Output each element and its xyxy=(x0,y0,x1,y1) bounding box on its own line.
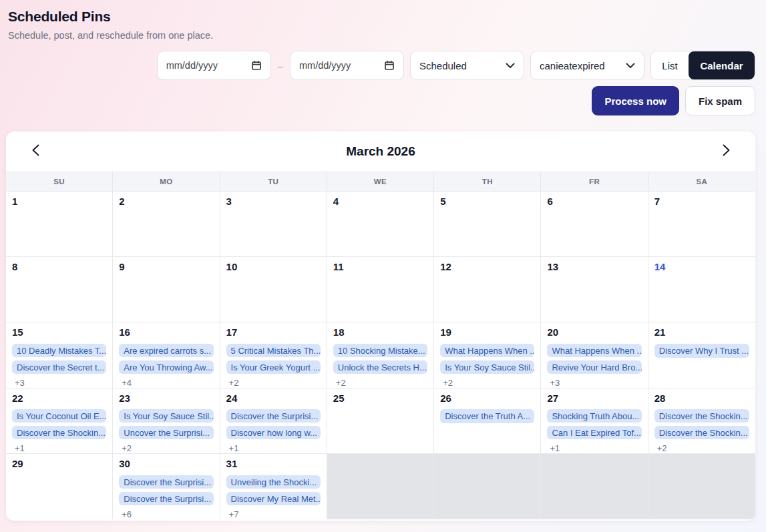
chevron-left-icon xyxy=(32,144,39,159)
pin-item[interactable]: Unlock the Secrets H... xyxy=(333,360,427,374)
date-from-placeholder: mm/dd/yyyy xyxy=(166,60,218,71)
day-cell: 175 Critical Mistakes Th...Is Your Greek… xyxy=(220,322,327,388)
more-count[interactable]: +3 xyxy=(12,378,25,388)
pin-item[interactable]: 10 Shocking Mistake... xyxy=(333,344,427,357)
list-view-button[interactable]: List xyxy=(651,51,689,79)
day-cell: 30Discover the Surprisi...Discover the S… xyxy=(113,454,220,519)
day-cell: 13 xyxy=(541,257,648,322)
account-select-value: canieatexpired xyxy=(540,60,605,71)
day-header: WE xyxy=(327,172,434,191)
calendar-icon xyxy=(384,60,395,71)
day-cell: 7 xyxy=(648,192,755,257)
more-count[interactable]: +2 xyxy=(119,443,132,453)
out-of-month-cell xyxy=(434,454,541,519)
more-count[interactable]: +7 xyxy=(226,509,239,519)
out-of-month-cell xyxy=(327,454,434,519)
out-of-month-cell xyxy=(648,454,755,519)
prev-month-button[interactable] xyxy=(19,136,51,168)
pin-item[interactable]: Discover the Surprisi... xyxy=(119,492,213,505)
pin-item[interactable]: Revive Your Hard Bro... xyxy=(547,360,641,374)
more-count[interactable]: +2 xyxy=(654,443,667,453)
process-now-button[interactable]: Process now xyxy=(592,86,679,115)
status-select[interactable]: Scheduled xyxy=(410,51,524,80)
more-count[interactable]: +2 xyxy=(333,378,346,388)
day-number: 1 xyxy=(12,196,17,208)
fix-spam-button[interactable]: Fix spam xyxy=(685,86,755,115)
calendar-view-button[interactable]: Calendar xyxy=(689,51,755,79)
pin-item[interactable]: Discover how long w... xyxy=(226,426,321,439)
more-count[interactable]: +6 xyxy=(119,509,132,519)
pin-item[interactable]: Shocking Truth Abou... xyxy=(547,409,641,423)
day-number: 21 xyxy=(654,326,666,339)
pin-item[interactable]: Is Your Coconut Oil E... xyxy=(12,409,106,423)
day-number: 9 xyxy=(119,261,124,274)
account-select[interactable]: canieatexpired xyxy=(530,51,644,80)
day-number: 2 xyxy=(119,196,124,208)
pin-item[interactable]: Discover My Real Met... xyxy=(226,492,321,505)
pin-item[interactable]: Discover Why I Trust ... xyxy=(654,344,749,358)
more-count[interactable]: +2 xyxy=(440,378,453,388)
pin-item[interactable]: Discover the Shockin... xyxy=(654,409,749,423)
day-cell: 10 xyxy=(220,257,327,322)
pin-item[interactable]: Is Your Soy Sauce Stil... xyxy=(440,360,534,374)
pin-item[interactable]: Discover the Surprisi... xyxy=(119,475,213,489)
day-number: 10 xyxy=(226,261,238,274)
more-count[interactable]: +1 xyxy=(12,443,25,453)
day-number: 15 xyxy=(12,326,23,339)
day-number: 27 xyxy=(547,392,558,405)
day-header: SU xyxy=(6,172,113,191)
pin-item[interactable]: Can I Eat Expired Tof... xyxy=(547,426,641,439)
pin-item[interactable]: Discover the Truth A... xyxy=(440,409,534,423)
day-number: 16 xyxy=(119,326,130,339)
day-cell: 23Is Your Soy Sauce Stil...Uncover the S… xyxy=(113,388,220,454)
day-number: 13 xyxy=(547,261,558,274)
pin-item[interactable]: Discover the Surprisi... xyxy=(226,409,321,423)
calendar-grid: 12345678910111213141510 Deadly Mistakes … xyxy=(6,192,755,519)
day-cell: 16Are expired carrots s...Are You Throwi… xyxy=(113,322,220,388)
day-cell: 3 xyxy=(220,192,327,257)
day-number: 18 xyxy=(333,326,345,339)
day-number: 30 xyxy=(119,458,130,471)
day-number: 19 xyxy=(440,326,451,339)
date-range-separator: – xyxy=(278,60,283,71)
day-cell: 1510 Deadly Mistakes T...Discover the Se… xyxy=(6,322,113,388)
status-select-value: Scheduled xyxy=(419,60,467,71)
more-count[interactable]: +2 xyxy=(226,378,239,388)
day-cell: 31Unveiling the Shocki...Discover My Rea… xyxy=(220,454,327,519)
day-cell: 2 xyxy=(113,192,220,257)
pin-item[interactable]: Are expired carrots s... xyxy=(119,344,213,357)
day-number: 7 xyxy=(654,196,660,208)
pin-item[interactable]: Discover the Shockin... xyxy=(654,426,749,439)
date-from-input[interactable]: mm/dd/yyyy xyxy=(157,51,271,80)
pin-item[interactable]: 10 Deadly Mistakes T... xyxy=(12,344,106,357)
pin-item[interactable]: Is Your Greek Yogurt ... xyxy=(226,360,321,374)
pin-item[interactable]: What Happens When ... xyxy=(547,344,641,357)
pin-item[interactable]: Discover the Shockin... xyxy=(12,426,106,439)
day-header: SA xyxy=(648,172,755,191)
date-to-input[interactable]: mm/dd/yyyy xyxy=(290,51,404,80)
day-cell: 11 xyxy=(327,257,434,322)
day-header: TH xyxy=(434,172,541,191)
next-month-button[interactable] xyxy=(710,136,742,168)
date-to-placeholder: mm/dd/yyyy xyxy=(299,60,351,71)
pin-item[interactable]: Are You Throwing Aw... xyxy=(119,360,213,374)
pin-item[interactable]: 5 Critical Mistakes Th... xyxy=(226,344,321,357)
day-cell: 20What Happens When ...Revive Your Hard … xyxy=(541,322,648,388)
more-count[interactable]: +3 xyxy=(547,378,560,388)
day-number: 23 xyxy=(119,392,130,405)
pin-item[interactable]: Unveiling the Shocki... xyxy=(226,475,321,489)
chevron-down-icon xyxy=(626,63,635,69)
view-toggle: List Calendar xyxy=(650,51,755,80)
pin-item[interactable]: Is Your Soy Sauce Stil... xyxy=(119,409,213,423)
more-count[interactable]: +1 xyxy=(226,443,239,453)
day-cell: 8 xyxy=(6,257,113,322)
day-cell: 22Is Your Coconut Oil E...Discover the S… xyxy=(6,388,113,454)
day-number: 25 xyxy=(333,392,345,405)
more-count[interactable]: +1 xyxy=(547,443,560,453)
day-header-row: SUMOTUWETHFRSA xyxy=(6,172,755,192)
chevron-down-icon xyxy=(506,63,515,69)
pin-item[interactable]: What Happens When ... xyxy=(440,344,534,357)
more-count[interactable]: +4 xyxy=(119,378,132,388)
pin-item[interactable]: Uncover the Surprisi... xyxy=(119,426,213,439)
pin-item[interactable]: Discover the Secret t... xyxy=(12,360,106,374)
